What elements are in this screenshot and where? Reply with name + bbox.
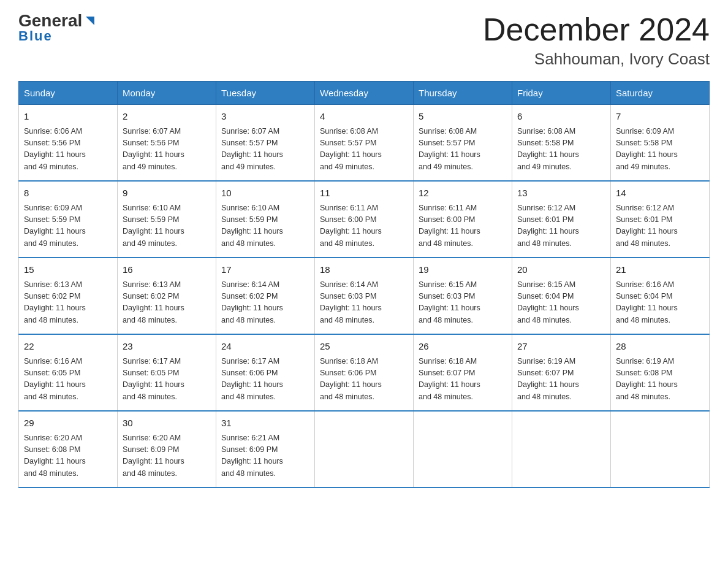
- day-number: 3: [221, 110, 309, 124]
- day-number: 20: [517, 263, 605, 277]
- day-number: 31: [221, 416, 309, 431]
- calendar-cell: 25 Sunrise: 6:18 AM Sunset: 6:06 PM Dayl…: [315, 334, 414, 411]
- day-info: Sunrise: 6:08 AM Sunset: 5:57 PM Dayligh…: [419, 126, 507, 174]
- day-number: 9: [123, 186, 211, 201]
- day-info: Sunrise: 6:20 AM Sunset: 6:09 PM Dayligh…: [123, 432, 211, 480]
- day-header-tuesday: Tuesday: [216, 82, 315, 105]
- day-number: 11: [320, 186, 408, 201]
- day-number: 13: [517, 186, 605, 201]
- day-number: 27: [517, 340, 605, 354]
- day-number: 19: [419, 263, 507, 277]
- calendar-cell: 22 Sunrise: 6:16 AM Sunset: 6:05 PM Dayl…: [19, 334, 118, 411]
- day-header-wednesday: Wednesday: [315, 82, 414, 105]
- day-number: 14: [616, 186, 704, 201]
- day-number: 25: [320, 340, 408, 354]
- calendar-cell: [315, 411, 414, 488]
- calendar-cell: 21 Sunrise: 6:16 AM Sunset: 6:04 PM Dayl…: [611, 258, 710, 334]
- calendar-cell: [611, 411, 710, 488]
- calendar-cell: 4 Sunrise: 6:08 AM Sunset: 5:57 PM Dayli…: [315, 105, 414, 182]
- calendar-cell: 16 Sunrise: 6:13 AM Sunset: 6:02 PM Dayl…: [118, 258, 216, 334]
- day-info: Sunrise: 6:07 AM Sunset: 5:56 PM Dayligh…: [123, 126, 211, 174]
- calendar-cell: 14 Sunrise: 6:12 AM Sunset: 6:01 PM Dayl…: [611, 181, 710, 258]
- calendar-cell: 2 Sunrise: 6:07 AM Sunset: 5:56 PM Dayli…: [118, 105, 216, 182]
- calendar-cell: 30 Sunrise: 6:20 AM Sunset: 6:09 PM Dayl…: [118, 411, 216, 488]
- calendar-cell: 7 Sunrise: 6:09 AM Sunset: 5:58 PM Dayli…: [611, 105, 710, 182]
- page-header: General Blue December 2024 Sahhouman, Iv…: [18, 12, 710, 69]
- day-number: 30: [123, 416, 211, 431]
- day-info: Sunrise: 6:16 AM Sunset: 6:04 PM Dayligh…: [616, 279, 704, 327]
- calendar-week-row: 15 Sunrise: 6:13 AM Sunset: 6:02 PM Dayl…: [19, 258, 710, 334]
- calendar-cell: 11 Sunrise: 6:11 AM Sunset: 6:00 PM Dayl…: [315, 181, 414, 258]
- location-subtitle: Sahhouman, Ivory Coast: [483, 50, 710, 69]
- calendar-cell: [512, 411, 611, 488]
- calendar-cell: 12 Sunrise: 6:11 AM Sunset: 6:00 PM Dayl…: [414, 181, 512, 258]
- calendar-cell: 1 Sunrise: 6:06 AM Sunset: 5:56 PM Dayli…: [19, 105, 118, 182]
- calendar-cell: 26 Sunrise: 6:18 AM Sunset: 6:07 PM Dayl…: [414, 334, 512, 411]
- day-info: Sunrise: 6:20 AM Sunset: 6:08 PM Dayligh…: [24, 432, 112, 480]
- calendar-cell: 18 Sunrise: 6:14 AM Sunset: 6:03 PM Dayl…: [315, 258, 414, 334]
- day-info: Sunrise: 6:08 AM Sunset: 5:57 PM Dayligh…: [320, 126, 408, 174]
- day-info: Sunrise: 6:14 AM Sunset: 6:03 PM Dayligh…: [320, 279, 408, 327]
- calendar-cell: 19 Sunrise: 6:15 AM Sunset: 6:03 PM Dayl…: [414, 258, 512, 334]
- calendar-cell: 27 Sunrise: 6:19 AM Sunset: 6:07 PM Dayl…: [512, 334, 611, 411]
- day-number: 22: [24, 340, 112, 354]
- day-info: Sunrise: 6:16 AM Sunset: 6:05 PM Dayligh…: [24, 356, 112, 404]
- calendar-cell: 29 Sunrise: 6:20 AM Sunset: 6:08 PM Dayl…: [19, 411, 118, 488]
- day-info: Sunrise: 6:15 AM Sunset: 6:04 PM Dayligh…: [517, 279, 605, 327]
- calendar-cell: 15 Sunrise: 6:13 AM Sunset: 6:02 PM Dayl…: [19, 258, 118, 334]
- day-number: 23: [123, 340, 211, 354]
- day-info: Sunrise: 6:11 AM Sunset: 6:00 PM Dayligh…: [320, 202, 408, 250]
- day-number: 2: [123, 110, 211, 124]
- day-info: Sunrise: 6:18 AM Sunset: 6:07 PM Dayligh…: [419, 356, 507, 404]
- calendar-table: SundayMondayTuesdayWednesdayThursdayFrid…: [18, 81, 710, 488]
- day-number: 17: [221, 263, 309, 277]
- day-number: 28: [616, 340, 704, 354]
- day-number: 15: [24, 263, 112, 277]
- logo-blue: Blue: [18, 28, 53, 44]
- calendar-cell: 5 Sunrise: 6:08 AM Sunset: 5:57 PM Dayli…: [414, 105, 512, 182]
- calendar-cell: 10 Sunrise: 6:10 AM Sunset: 5:59 PM Dayl…: [216, 181, 315, 258]
- calendar-cell: 31 Sunrise: 6:21 AM Sunset: 6:09 PM Dayl…: [216, 411, 315, 488]
- day-number: 12: [419, 186, 507, 201]
- calendar-cell: [414, 411, 512, 488]
- day-number: 26: [419, 340, 507, 354]
- day-number: 24: [221, 340, 309, 354]
- day-info: Sunrise: 6:17 AM Sunset: 6:06 PM Dayligh…: [221, 356, 309, 404]
- calendar-week-row: 1 Sunrise: 6:06 AM Sunset: 5:56 PM Dayli…: [19, 105, 710, 182]
- logo-general: General: [18, 12, 82, 29]
- day-number: 7: [616, 110, 704, 124]
- day-number: 21: [616, 263, 704, 277]
- calendar-cell: 9 Sunrise: 6:10 AM Sunset: 5:59 PM Dayli…: [118, 181, 216, 258]
- calendar-week-row: 8 Sunrise: 6:09 AM Sunset: 5:59 PM Dayli…: [19, 181, 710, 258]
- day-info: Sunrise: 6:14 AM Sunset: 6:02 PM Dayligh…: [221, 279, 309, 327]
- calendar-cell: 3 Sunrise: 6:07 AM Sunset: 5:57 PM Dayli…: [216, 105, 315, 182]
- day-info: Sunrise: 6:12 AM Sunset: 6:01 PM Dayligh…: [517, 202, 605, 250]
- calendar-cell: 17 Sunrise: 6:14 AM Sunset: 6:02 PM Dayl…: [216, 258, 315, 334]
- day-info: Sunrise: 6:12 AM Sunset: 6:01 PM Dayligh…: [616, 202, 704, 250]
- day-info: Sunrise: 6:09 AM Sunset: 5:58 PM Dayligh…: [616, 126, 704, 174]
- day-info: Sunrise: 6:10 AM Sunset: 5:59 PM Dayligh…: [221, 202, 309, 250]
- day-number: 18: [320, 263, 408, 277]
- calendar-cell: 23 Sunrise: 6:17 AM Sunset: 6:05 PM Dayl…: [118, 334, 216, 411]
- calendar-week-row: 29 Sunrise: 6:20 AM Sunset: 6:08 PM Dayl…: [19, 411, 710, 488]
- calendar-week-row: 22 Sunrise: 6:16 AM Sunset: 6:05 PM Dayl…: [19, 334, 710, 411]
- calendar-cell: 24 Sunrise: 6:17 AM Sunset: 6:06 PM Dayl…: [216, 334, 315, 411]
- day-info: Sunrise: 6:09 AM Sunset: 5:59 PM Dayligh…: [24, 202, 112, 250]
- calendar-cell: 20 Sunrise: 6:15 AM Sunset: 6:04 PM Dayl…: [512, 258, 611, 334]
- day-info: Sunrise: 6:18 AM Sunset: 6:06 PM Dayligh…: [320, 356, 408, 404]
- day-header-monday: Monday: [118, 82, 216, 105]
- calendar-cell: 28 Sunrise: 6:19 AM Sunset: 6:08 PM Dayl…: [611, 334, 710, 411]
- logo: General Blue: [18, 12, 97, 44]
- day-info: Sunrise: 6:13 AM Sunset: 6:02 PM Dayligh…: [24, 279, 112, 327]
- month-year-title: December 2024: [483, 12, 710, 47]
- day-number: 10: [221, 186, 309, 201]
- day-number: 8: [24, 186, 112, 201]
- calendar-header-row: SundayMondayTuesdayWednesdayThursdayFrid…: [19, 82, 710, 105]
- day-number: 16: [123, 263, 211, 277]
- day-number: 5: [419, 110, 507, 124]
- day-number: 1: [24, 110, 112, 124]
- logo-arrow-icon: [83, 14, 97, 28]
- day-info: Sunrise: 6:07 AM Sunset: 5:57 PM Dayligh…: [221, 126, 309, 174]
- calendar-cell: 13 Sunrise: 6:12 AM Sunset: 6:01 PM Dayl…: [512, 181, 611, 258]
- day-header-sunday: Sunday: [19, 82, 118, 105]
